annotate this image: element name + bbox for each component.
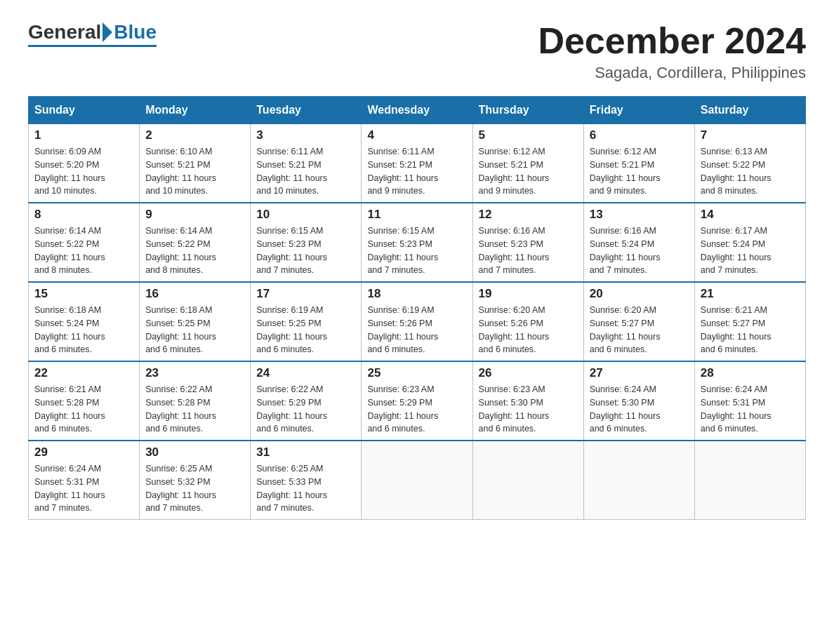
- day-info: Sunrise: 6:18 AMSunset: 5:25 PMDaylight:…: [145, 304, 244, 356]
- logo-general-text: General: [28, 21, 101, 43]
- logo-underline: [28, 45, 157, 47]
- day-number: 15: [34, 287, 133, 301]
- calendar-day-cell: 3Sunrise: 6:11 AMSunset: 5:21 PMDaylight…: [251, 124, 362, 203]
- day-info: Sunrise: 6:11 AMSunset: 5:21 PMDaylight:…: [367, 145, 466, 198]
- calendar-day-cell: 16Sunrise: 6:18 AMSunset: 5:25 PMDayligh…: [140, 282, 251, 361]
- day-info: Sunrise: 6:15 AMSunset: 5:23 PMDaylight:…: [367, 224, 466, 277]
- calendar-day-cell: 5Sunrise: 6:12 AMSunset: 5:21 PMDaylight…: [472, 124, 583, 203]
- calendar-day-cell: 21Sunrise: 6:21 AMSunset: 5:27 PMDayligh…: [694, 282, 805, 361]
- day-number: 16: [145, 287, 244, 301]
- day-info: Sunrise: 6:13 AMSunset: 5:22 PMDaylight:…: [701, 145, 800, 198]
- weekday-header-monday: Monday: [140, 97, 251, 124]
- calendar-day-cell: 12Sunrise: 6:16 AMSunset: 5:23 PMDayligh…: [472, 203, 583, 282]
- calendar-day-cell: 27Sunrise: 6:24 AMSunset: 5:30 PMDayligh…: [583, 361, 694, 441]
- day-number: 17: [256, 287, 355, 301]
- day-info: Sunrise: 6:15 AMSunset: 5:23 PMDaylight:…: [256, 224, 355, 277]
- calendar-day-cell: 15Sunrise: 6:18 AMSunset: 5:24 PMDayligh…: [29, 282, 140, 361]
- calendar-day-cell: 23Sunrise: 6:22 AMSunset: 5:28 PMDayligh…: [140, 361, 251, 441]
- day-number: 20: [590, 287, 689, 301]
- day-number: 24: [256, 366, 355, 380]
- weekday-header-row: SundayMondayTuesdayWednesdayThursdayFrid…: [29, 97, 806, 124]
- day-info: Sunrise: 6:24 AMSunset: 5:31 PMDaylight:…: [701, 383, 800, 436]
- calendar-day-cell: 20Sunrise: 6:20 AMSunset: 5:27 PMDayligh…: [583, 282, 694, 361]
- day-number: 23: [145, 366, 244, 380]
- calendar-day-cell: 24Sunrise: 6:22 AMSunset: 5:29 PMDayligh…: [251, 361, 362, 441]
- calendar-day-cell: [472, 441, 583, 520]
- day-info: Sunrise: 6:23 AMSunset: 5:29 PMDaylight:…: [367, 383, 466, 436]
- calendar-week-row: 15Sunrise: 6:18 AMSunset: 5:24 PMDayligh…: [29, 282, 806, 361]
- day-info: Sunrise: 6:22 AMSunset: 5:29 PMDaylight:…: [256, 383, 355, 436]
- calendar-day-cell: 4Sunrise: 6:11 AMSunset: 5:21 PMDaylight…: [362, 124, 472, 203]
- calendar-day-cell: 7Sunrise: 6:13 AMSunset: 5:22 PMDaylight…: [694, 124, 805, 203]
- calendar-day-cell: 26Sunrise: 6:23 AMSunset: 5:30 PMDayligh…: [472, 361, 583, 441]
- calendar-day-cell: 11Sunrise: 6:15 AMSunset: 5:23 PMDayligh…: [362, 203, 472, 282]
- day-number: 6: [590, 128, 689, 142]
- day-number: 8: [34, 208, 133, 222]
- day-number: 19: [479, 287, 578, 301]
- day-info: Sunrise: 6:24 AMSunset: 5:30 PMDaylight:…: [590, 383, 689, 436]
- calendar-day-cell: 25Sunrise: 6:23 AMSunset: 5:29 PMDayligh…: [362, 361, 472, 441]
- calendar-week-row: 22Sunrise: 6:21 AMSunset: 5:28 PMDayligh…: [29, 361, 806, 441]
- calendar-day-cell: 13Sunrise: 6:16 AMSunset: 5:24 PMDayligh…: [583, 203, 694, 282]
- day-number: 5: [479, 128, 578, 142]
- day-number: 4: [367, 128, 466, 142]
- day-number: 25: [367, 366, 466, 380]
- day-number: 28: [701, 366, 800, 380]
- day-number: 1: [34, 128, 133, 142]
- day-number: 3: [256, 128, 355, 142]
- calendar-week-row: 8Sunrise: 6:14 AMSunset: 5:22 PMDaylight…: [29, 203, 806, 282]
- day-number: 21: [701, 287, 800, 301]
- day-info: Sunrise: 6:19 AMSunset: 5:26 PMDaylight:…: [367, 304, 466, 356]
- day-info: Sunrise: 6:22 AMSunset: 5:28 PMDaylight:…: [145, 383, 244, 436]
- day-info: Sunrise: 6:25 AMSunset: 5:32 PMDaylight:…: [145, 462, 244, 515]
- title-area: December 2024 Sagada, Cordillera, Philip…: [538, 21, 806, 82]
- day-number: 31: [256, 445, 355, 459]
- day-number: 13: [590, 208, 689, 222]
- day-info: Sunrise: 6:20 AMSunset: 5:27 PMDaylight:…: [590, 304, 689, 356]
- calendar-day-cell: [362, 441, 472, 520]
- day-number: 30: [145, 445, 244, 459]
- calendar-day-cell: 8Sunrise: 6:14 AMSunset: 5:22 PMDaylight…: [29, 203, 140, 282]
- calendar-day-cell: 1Sunrise: 6:09 AMSunset: 5:20 PMDaylight…: [29, 124, 140, 203]
- calendar-day-cell: 19Sunrise: 6:20 AMSunset: 5:26 PMDayligh…: [472, 282, 583, 361]
- day-info: Sunrise: 6:16 AMSunset: 5:23 PMDaylight:…: [479, 224, 578, 277]
- day-info: Sunrise: 6:10 AMSunset: 5:21 PMDaylight:…: [145, 145, 244, 198]
- calendar-day-cell: 2Sunrise: 6:10 AMSunset: 5:21 PMDaylight…: [140, 124, 251, 203]
- weekday-header-sunday: Sunday: [29, 97, 140, 124]
- day-info: Sunrise: 6:14 AMSunset: 5:22 PMDaylight:…: [34, 224, 133, 277]
- day-info: Sunrise: 6:23 AMSunset: 5:30 PMDaylight:…: [479, 383, 578, 436]
- calendar-day-cell: 10Sunrise: 6:15 AMSunset: 5:23 PMDayligh…: [251, 203, 362, 282]
- day-info: Sunrise: 6:09 AMSunset: 5:20 PMDaylight:…: [34, 145, 133, 198]
- calendar-day-cell: 29Sunrise: 6:24 AMSunset: 5:31 PMDayligh…: [29, 441, 140, 520]
- day-info: Sunrise: 6:24 AMSunset: 5:31 PMDaylight:…: [34, 462, 133, 515]
- weekday-header-saturday: Saturday: [694, 97, 805, 124]
- day-info: Sunrise: 6:12 AMSunset: 5:21 PMDaylight:…: [479, 145, 578, 198]
- weekday-header-tuesday: Tuesday: [251, 97, 362, 124]
- calendar-table: SundayMondayTuesdayWednesdayThursdayFrid…: [28, 96, 806, 520]
- calendar-day-cell: 28Sunrise: 6:24 AMSunset: 5:31 PMDayligh…: [694, 361, 805, 441]
- calendar-day-cell: 22Sunrise: 6:21 AMSunset: 5:28 PMDayligh…: [29, 361, 140, 441]
- calendar-day-cell: 14Sunrise: 6:17 AMSunset: 5:24 PMDayligh…: [694, 203, 805, 282]
- weekday-header-friday: Friday: [583, 97, 694, 124]
- day-number: 22: [34, 366, 133, 380]
- day-info: Sunrise: 6:14 AMSunset: 5:22 PMDaylight:…: [145, 224, 244, 277]
- day-info: Sunrise: 6:16 AMSunset: 5:24 PMDaylight:…: [590, 224, 689, 277]
- calendar-day-cell: [694, 441, 805, 520]
- day-number: 18: [367, 287, 466, 301]
- day-number: 10: [256, 208, 355, 222]
- day-number: 27: [590, 366, 689, 380]
- day-number: 14: [701, 208, 800, 222]
- weekday-header-wednesday: Wednesday: [362, 97, 472, 124]
- day-number: 2: [145, 128, 244, 142]
- day-number: 11: [367, 208, 466, 222]
- calendar-day-cell: 6Sunrise: 6:12 AMSunset: 5:21 PMDaylight…: [583, 124, 694, 203]
- calendar-day-cell: 31Sunrise: 6:25 AMSunset: 5:33 PMDayligh…: [251, 441, 362, 520]
- calendar-day-cell: 9Sunrise: 6:14 AMSunset: 5:22 PMDaylight…: [140, 203, 251, 282]
- day-number: 26: [479, 366, 578, 380]
- page-header: GeneralBlue December 2024 Sagada, Cordil…: [28, 21, 806, 82]
- weekday-header-thursday: Thursday: [472, 97, 583, 124]
- day-number: 12: [479, 208, 578, 222]
- day-info: Sunrise: 6:12 AMSunset: 5:21 PMDaylight:…: [590, 145, 689, 198]
- logo-blue-text: Blue: [114, 21, 157, 43]
- day-info: Sunrise: 6:18 AMSunset: 5:24 PMDaylight:…: [34, 304, 133, 356]
